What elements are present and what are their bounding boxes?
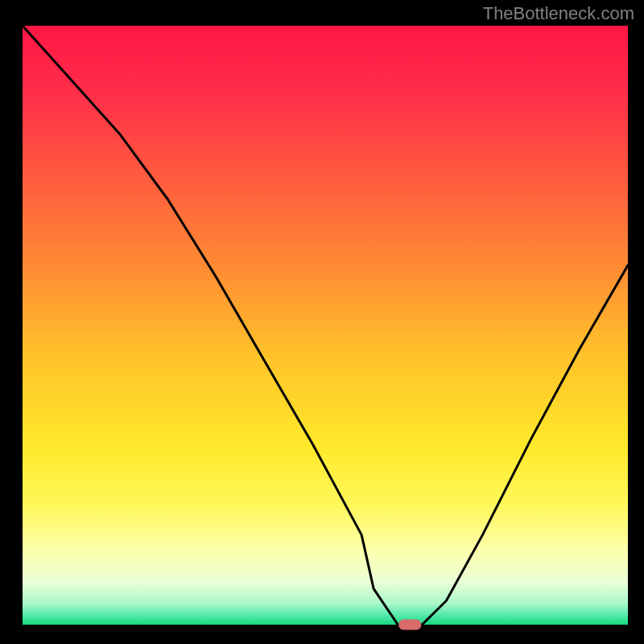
optimal-marker — [398, 620, 421, 630]
chart-svg — [0, 0, 644, 644]
plot-background — [23, 26, 628, 625]
watermark-text: TheBottleneck.com — [483, 3, 634, 24]
chart-frame: TheBottleneck.com — [0, 0, 644, 644]
